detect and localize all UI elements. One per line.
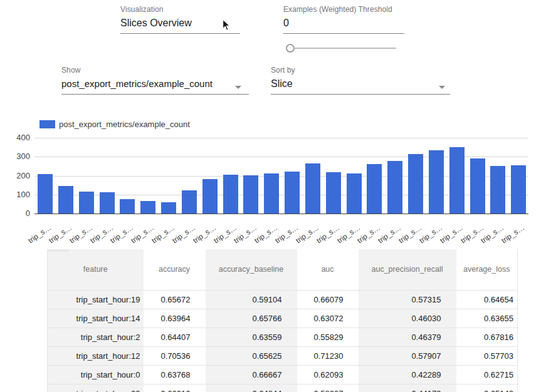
bar-slice-0[interactable] (38, 174, 53, 214)
tfma-slicing-metrics-view: Visualization Slices Overview Examples (… (0, 0, 541, 392)
bar-slice-5[interactable] (140, 201, 155, 214)
table-row-trip_start_hour:19[interactable]: trip_start_hour:190.656720.591040.660790… (48, 291, 518, 309)
mouse-cursor-icon (222, 19, 231, 34)
table-header-accuracy_baseline[interactable]: accuracy_baseline (206, 249, 297, 279)
table-filter-cell-feature (48, 279, 144, 291)
chevron-down-icon[interactable] (235, 86, 241, 89)
table-row-trip_start_hour:14[interactable]: trip_start_hour:140.639640.657660.630720… (48, 309, 518, 328)
table-cell: 0.67816 (456, 328, 518, 347)
bar-slice-20[interactable] (449, 147, 465, 214)
table-cell: 0.64844 (206, 384, 297, 392)
table-cell: 0.46030 (359, 309, 456, 328)
bar-slice-23[interactable] (511, 165, 526, 214)
table-cell: trip_start_hour:0 (48, 366, 144, 384)
chart-legend: post_export_metrics/example_count (39, 120, 190, 129)
table-cell: 0.44173 (359, 384, 456, 392)
table-cell: 0.63768 (144, 366, 206, 384)
show-label: Show (61, 66, 249, 75)
table-row-trip_start_hour:0[interactable]: trip_start_hour:00.637680.666670.620930.… (48, 366, 518, 384)
table-header-row: featureaccuracyaccuracy_baselineaucauc_p… (48, 249, 518, 279)
table-cell: 0.57703 (456, 347, 518, 366)
table-cell: 0.65672 (144, 291, 206, 309)
bar-slice-1[interactable] (58, 186, 73, 214)
bar-slice-3[interactable] (100, 192, 115, 214)
table-cell: 0.66016 (144, 384, 206, 392)
table-filter-cell-average_loss (456, 279, 518, 291)
table-cell: trip_start_hour:14 (48, 309, 144, 328)
table-filter-cell-accuracy (144, 279, 206, 291)
chart-plot-area (34, 138, 528, 214)
visualization-label: Visualization (120, 5, 240, 14)
metrics-table-container: featureaccuracyaccuracy_baselineaucauc_p… (47, 249, 517, 392)
table-cell: 0.62715 (456, 366, 518, 384)
table-cell: trip_start_hour:12 (48, 347, 144, 366)
table-cell: trip_start_hour:2 (48, 328, 144, 347)
table-header-accuracy[interactable]: accuracy (144, 249, 206, 279)
table-row-trip_start_hour:2[interactable]: trip_start_hour:20.644070.635590.558290.… (48, 328, 518, 347)
threshold-input[interactable]: Examples (Weighted) Threshold 0 (283, 5, 404, 34)
bar-slice-22[interactable] (490, 166, 505, 214)
sort-by-label: Sort by (271, 66, 450, 75)
x-axis-labels: trip_s…trip_s…trip_s…trip_s…trip_s…trip_… (0, 216, 541, 249)
threshold-slider-track[interactable] (287, 48, 396, 49)
table-header-auc_precision_recall[interactable]: auc_precision_recall (359, 249, 456, 279)
bar-slice-9[interactable] (223, 175, 238, 214)
slices-bar-chart: 0100200300400 trip_s…trip_s…trip_s…trip_… (0, 132, 541, 249)
legend-label: post_export_metrics/example_count (59, 120, 190, 129)
bar-slice-4[interactable] (120, 199, 135, 214)
table-scroll-notch (47, 249, 69, 252)
y-axis-tick-label: 400 (11, 133, 30, 143)
x-axis-baseline (34, 214, 528, 214)
table-row-trip_start_hour:12[interactable]: trip_start_hour:120.705360.656250.712300… (48, 347, 518, 366)
table-cell: 0.65766 (206, 309, 297, 328)
bar-slice-16[interactable] (367, 164, 382, 214)
threshold-label: Examples (Weighted) Threshold (283, 5, 404, 14)
table-cell: 0.63964 (144, 309, 206, 328)
show-metric-select[interactable]: Show post_export_metrics/example_count (61, 66, 249, 95)
y-axis-tick-label: 100 (11, 190, 30, 200)
table-filter-row (48, 279, 518, 291)
bar-slice-6[interactable] (161, 202, 176, 214)
bar-slice-12[interactable] (285, 172, 300, 214)
sort-by-value: Slice (271, 78, 450, 90)
bar-slice-19[interactable] (429, 150, 444, 214)
y-axis-tick-label: 200 (11, 171, 30, 181)
table-cell: 0.64407 (144, 328, 206, 347)
bar-slice-8[interactable] (202, 179, 218, 214)
show-value: post_export_metrics/example_count (61, 78, 249, 89)
bar-slice-7[interactable] (182, 190, 197, 214)
bar-slice-15[interactable] (347, 173, 362, 214)
table-header-feature[interactable]: feature (48, 249, 144, 279)
bar-slice-14[interactable] (326, 172, 341, 214)
bar-slice-11[interactable] (264, 173, 279, 214)
bar-slice-10[interactable] (243, 175, 258, 214)
table-cell: 0.57315 (359, 291, 456, 309)
y-axis-tick-label: 300 (11, 152, 30, 162)
bar-slice-17[interactable] (387, 161, 402, 214)
table-cell: 0.63559 (206, 328, 297, 347)
table-cell: 0.66079 (297, 291, 359, 309)
table-cell: 0.63655 (456, 309, 518, 328)
table-cell: 0.70536 (144, 347, 206, 366)
threshold-slider-handle[interactable] (286, 44, 295, 53)
table-cell: 0.66667 (206, 366, 297, 384)
bar-slice-21[interactable] (470, 158, 485, 214)
sort-by-select[interactable]: Sort by Slice (271, 66, 450, 95)
table-cell: 0.65625 (206, 347, 297, 366)
table-cell: 0.71230 (297, 347, 359, 366)
bar-slice-18[interactable] (408, 154, 423, 214)
table-header-auc[interactable]: auc (297, 249, 359, 279)
table-cell: 0.46379 (359, 328, 456, 347)
bar-slice-2[interactable] (79, 192, 94, 214)
table-row-trip_start_hour:23[interactable]: trip_start_hour:230.660160.648440.583370… (48, 384, 518, 392)
table-cell: 0.62093 (297, 366, 359, 384)
metrics-table: featureaccuracyaccuracy_baselineaucauc_p… (47, 249, 518, 392)
table-cell: 0.65142 (456, 384, 518, 392)
chevron-down-icon[interactable] (439, 86, 445, 89)
table-header-average_loss[interactable]: average_loss (456, 249, 518, 279)
bar-slice-13[interactable] (305, 163, 320, 214)
table-filter-cell-auc (297, 279, 359, 291)
table-cell: 0.57907 (359, 347, 456, 366)
table-cell: 0.42289 (359, 366, 456, 384)
table-cell: trip_start_hour:19 (48, 291, 144, 309)
